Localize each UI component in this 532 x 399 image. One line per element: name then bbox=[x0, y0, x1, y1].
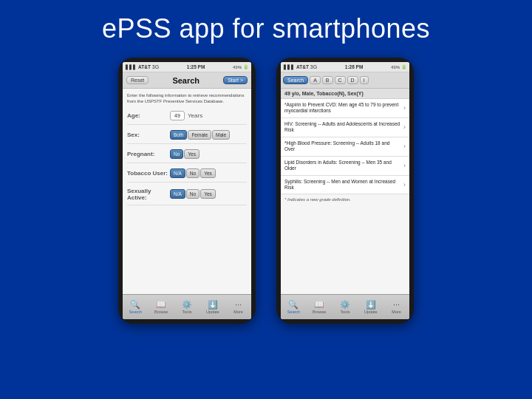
result-text-1: *Aspirin to Prevent CVD: Men age 45 to 7… bbox=[284, 102, 401, 115]
tobacco-no-button[interactable]: No bbox=[186, 168, 200, 178]
tobacco-label: Tobacco User: bbox=[127, 170, 170, 177]
sex-label: Sex: bbox=[127, 132, 170, 138]
sexually-active-row: Sexually Active: N/A No Yes bbox=[127, 188, 247, 205]
pregnant-selector: No Yes bbox=[170, 149, 200, 159]
sexually-active-label: Sexually Active: bbox=[127, 188, 170, 201]
pregnant-label: Pregnant: bbox=[127, 151, 170, 157]
search-nav-button[interactable]: Search bbox=[283, 76, 308, 84]
browse-tab-icon: 📖 bbox=[156, 301, 166, 309]
result-text-3: *High Blood Pressure: Screening -- Adult… bbox=[284, 140, 401, 153]
sa-yes-button[interactable]: Yes bbox=[200, 189, 216, 199]
update-tab-icon-2: ⬇️ bbox=[366, 301, 376, 309]
tab-browse-label-2: Browse bbox=[313, 310, 326, 314]
more-tab-icon-2: ··· bbox=[393, 301, 400, 309]
tab-update-label-1: Update bbox=[206, 310, 219, 314]
tab-tools-1[interactable]: ⚙️ Tools bbox=[174, 301, 200, 314]
more-tab-icon-1: ··· bbox=[235, 301, 242, 309]
pregnant-yes-button[interactable]: Yes bbox=[184, 149, 200, 159]
result-text-5: Syphilis: Screening -- Men and Women at … bbox=[284, 179, 401, 191]
start-button[interactable]: Start > bbox=[223, 76, 248, 84]
tab-update-2[interactable]: ⬇️ Update bbox=[358, 301, 383, 314]
tab-update-label-2: Update bbox=[364, 310, 378, 314]
chevron-icon-1: › bbox=[403, 104, 406, 112]
result-item-2[interactable]: HIV: Screening -- Adults and Adolescents… bbox=[281, 118, 409, 137]
signal-icon-2: ▋▋▋ bbox=[284, 64, 295, 69]
age-label: Age: bbox=[127, 112, 170, 119]
tools-tab-icon: ⚙️ bbox=[182, 301, 192, 309]
tab-more-1[interactable]: ··· More bbox=[225, 301, 251, 314]
tab-tools-2[interactable]: ⚙️ Tools bbox=[332, 301, 358, 314]
results-header: 49 y/o, Male, Tobacco(N), Sex(Y) bbox=[281, 89, 409, 99]
tab-browse-label-1: Browse bbox=[154, 310, 168, 314]
sex-selector: Both Female Male bbox=[170, 130, 230, 140]
phone-2-status-bar: ▋▋▋ AT&T 3G 1:26 PM 43% 🔋 bbox=[281, 62, 409, 72]
pregnant-no-button[interactable]: No bbox=[170, 149, 183, 159]
phones-container: ▋▋▋ AT&T 3G 1:25 PM 43% 🔋 Reset Search S… bbox=[0, 58, 532, 324]
phone-2-tab-bar: 🔍 Search 📖 Browse ⚙️ Tools ⬇️ Update ··· bbox=[281, 294, 409, 319]
intro-text: Enter the following information to retri… bbox=[127, 92, 247, 105]
reset-button[interactable]: Reset bbox=[126, 76, 149, 84]
update-tab-icon: ⬇️ bbox=[208, 301, 218, 309]
phone-2-content: 49 y/o, Male, Tobacco(N), Sex(Y) *Aspiri… bbox=[281, 89, 409, 294]
sa-no-button[interactable]: No bbox=[186, 189, 200, 199]
letter-c-button[interactable]: C bbox=[335, 76, 346, 84]
letter-a-button[interactable]: A bbox=[310, 76, 321, 84]
tab-search-2[interactable]: 🔍 Search bbox=[281, 301, 307, 314]
nav-title: Search bbox=[172, 76, 200, 85]
age-unit: Years bbox=[188, 112, 202, 119]
tab-tools-label-2: Tools bbox=[341, 310, 350, 314]
carrier-label: AT&T bbox=[138, 64, 151, 69]
browse-tab-icon-2: 📖 bbox=[314, 301, 324, 309]
result-item-4[interactable]: Lipid Disorders in Adults: Screening -- … bbox=[281, 157, 409, 176]
tobacco-na-button[interactable]: N/A bbox=[170, 168, 185, 178]
time-label: 1:25 PM bbox=[187, 64, 205, 69]
age-input[interactable]: 49 bbox=[170, 111, 185, 120]
sex-male-button[interactable]: Male bbox=[212, 130, 230, 140]
letter-b-button[interactable]: B bbox=[322, 76, 333, 84]
signal-icon: ▋▋▋ bbox=[126, 64, 137, 69]
chevron-icon-4: › bbox=[403, 162, 406, 169]
page-title: ePSS app for smartphones bbox=[0, 0, 532, 55]
tobacco-selector: N/A No Yes bbox=[170, 168, 216, 178]
phone-2: ▋▋▋ AT&T 3G 1:26 PM 43% 🔋 Search A B C D… bbox=[276, 58, 414, 324]
sex-both-button[interactable]: Both bbox=[170, 130, 187, 140]
letter-i-button[interactable]: I bbox=[360, 76, 369, 84]
chevron-icon-2: › bbox=[403, 123, 406, 131]
carrier-label-2: AT&T bbox=[296, 64, 309, 69]
result-item-3[interactable]: *High Blood Pressure: Screening -- Adult… bbox=[281, 137, 409, 157]
tab-update-1[interactable]: ⬇️ Update bbox=[200, 301, 225, 314]
sex-row: Sex: Both Female Male bbox=[127, 130, 247, 144]
phone-1: ▋▋▋ AT&T 3G 1:25 PM 43% 🔋 Reset Search S… bbox=[118, 58, 256, 324]
tobacco-yes-button[interactable]: Yes bbox=[200, 168, 216, 178]
phone-1-navbar: Reset Search Start > bbox=[123, 72, 251, 89]
chevron-icon-5: › bbox=[403, 181, 406, 188]
battery-icon-2: 🔋 bbox=[401, 64, 406, 69]
result-text-4: Lipid Disorders in Adults: Screening -- … bbox=[284, 160, 401, 172]
tab-browse-1[interactable]: 📖 Browse bbox=[149, 301, 174, 314]
tab-search-label-2: Search bbox=[287, 310, 300, 314]
phone-1-tab-bar: 🔍 Search 📖 Browse ⚙️ Tools ⬇️ Update ··· bbox=[123, 294, 251, 319]
sex-female-button[interactable]: Female bbox=[188, 130, 211, 140]
tab-browse-2[interactable]: 📖 Browse bbox=[307, 301, 332, 314]
result-item-5[interactable]: Syphilis: Screening -- Men and Women at … bbox=[281, 176, 409, 195]
phone-1-content: Enter the following information to retri… bbox=[123, 89, 251, 294]
sa-na-button[interactable]: N/A bbox=[170, 189, 185, 199]
battery-label-2: 43% bbox=[391, 65, 400, 69]
tab-tools-label-1: Tools bbox=[183, 310, 192, 314]
phone-2-screen: ▋▋▋ AT&T 3G 1:26 PM 43% 🔋 Search A B C D… bbox=[281, 62, 409, 319]
letter-d-button[interactable]: D bbox=[347, 76, 358, 84]
time-label-2: 1:26 PM bbox=[345, 64, 364, 69]
battery-icon: 🔋 bbox=[243, 64, 248, 69]
tools-tab-icon-2: ⚙️ bbox=[340, 301, 350, 309]
tab-search-1[interactable]: 🔍 Search bbox=[123, 301, 149, 314]
tab-more-2[interactable]: ··· More bbox=[383, 301, 409, 314]
battery-label: 43% bbox=[233, 65, 242, 69]
pregnant-row: Pregnant: No Yes bbox=[127, 149, 247, 163]
network-label: 3G bbox=[152, 64, 159, 69]
age-row: Age: 49 Years bbox=[127, 111, 247, 125]
search-tab-icon-2: 🔍 bbox=[288, 301, 299, 309]
sexually-active-selector: N/A No Yes bbox=[170, 189, 216, 199]
tab-more-label-1: More bbox=[233, 310, 243, 314]
tab-more-label-2: More bbox=[392, 310, 401, 314]
result-item-1[interactable]: *Aspirin to Prevent CVD: Men age 45 to 7… bbox=[281, 99, 409, 118]
